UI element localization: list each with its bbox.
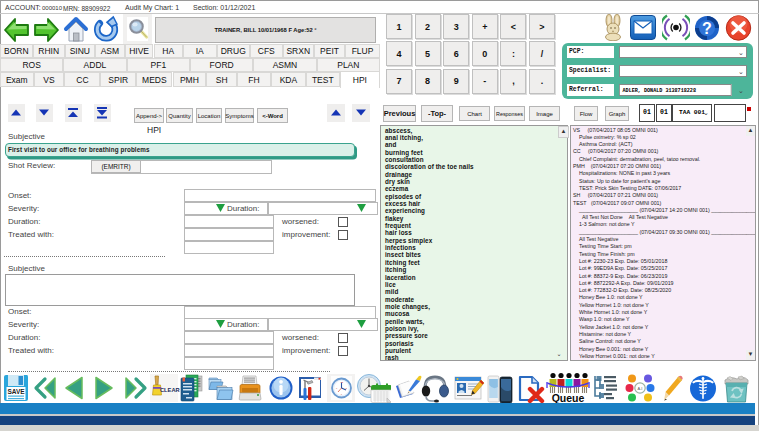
svg-text:Queue: Queue	[552, 392, 585, 404]
svg-text:SAVE: SAVE	[7, 388, 25, 395]
svg-text:A.I: A.I	[638, 386, 643, 391]
svg-text:?: ?	[702, 20, 712, 37]
